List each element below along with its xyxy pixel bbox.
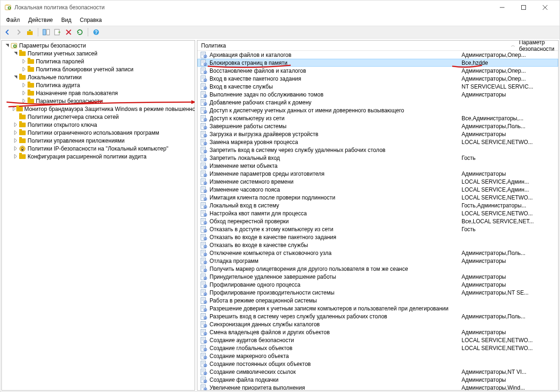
tree-item[interactable]: Политики учетных записей bbox=[2, 49, 195, 57]
expand-icon[interactable] bbox=[21, 99, 27, 103]
toolbar-show-hide-button[interactable] bbox=[41, 27, 51, 37]
menu-help[interactable]: Справка bbox=[76, 15, 105, 25]
tree-item[interactable]: Монитор брандмауэра Защитника Windows в … bbox=[2, 105, 195, 113]
policy-row[interactable]: Отключение компьютера от стыковочного уз… bbox=[197, 249, 558, 257]
svg-rect-74 bbox=[205, 207, 206, 208]
policy-row[interactable]: Восстановление файлов и каталоговАдминис… bbox=[197, 67, 558, 75]
policy-row[interactable]: Вход в качестве пакетного заданияАдминис… bbox=[197, 75, 558, 83]
policy-row[interactable]: Запретить вход в систему через службу уд… bbox=[197, 146, 558, 154]
close-button[interactable] bbox=[534, 0, 556, 14]
tree-item[interactable]: Политики IP-безопасности на "Локальный к… bbox=[2, 144, 195, 152]
tree-item[interactable]: Конфигурация расширенной политики аудита bbox=[2, 152, 195, 160]
toolbar-forward-button[interactable] bbox=[14, 27, 24, 37]
policy-row[interactable]: Профилирование одного процессаАдминистра… bbox=[197, 281, 558, 289]
tree-item[interactable]: Политики управления приложениями bbox=[2, 137, 195, 144]
column-header-policy[interactable]: Политика bbox=[197, 41, 399, 50]
policy-row[interactable]: Разрешить вход в систему через службу уд… bbox=[197, 312, 558, 320]
policy-row[interactable]: Отказать во входе в качестве пакетного з… bbox=[197, 233, 558, 241]
maximize-button[interactable] bbox=[513, 0, 534, 14]
policy-row[interactable]: Отладка программАдминистраторы bbox=[197, 257, 558, 265]
tree-item[interactable]: Локальные политики bbox=[2, 73, 195, 81]
tree-item[interactable]: Политика паролей bbox=[2, 57, 195, 65]
policy-row[interactable]: Выполнение задач по обслуживанию томовАд… bbox=[197, 90, 558, 98]
policy-row[interactable]: Замена маркера уровня процессаLOCAL SERV… bbox=[197, 138, 558, 146]
toolbar-up-button[interactable] bbox=[25, 27, 35, 37]
policy-row[interactable]: Вход в качестве службыNT SERVICE\ALL SER… bbox=[197, 83, 558, 90]
policy-row[interactable]: Получить маркер олицетворения для другог… bbox=[197, 265, 558, 273]
toolbar-refresh-button[interactable] bbox=[75, 27, 85, 37]
expand-icon[interactable] bbox=[12, 146, 19, 151]
policy-row[interactable]: Настройка квот памяти для процессаLOCAL … bbox=[197, 209, 558, 217]
menu-action[interactable]: Действие bbox=[25, 15, 57, 25]
policy-value: Администраторы,Поль... bbox=[462, 250, 558, 256]
svg-rect-50 bbox=[205, 144, 206, 144]
expand-icon[interactable] bbox=[21, 59, 27, 63]
tree-item[interactable]: Политики открытого ключа bbox=[2, 121, 195, 129]
policy-row[interactable]: Завершение работы системыАдминистраторы,… bbox=[197, 122, 558, 130]
svg-rect-107 bbox=[205, 294, 206, 295]
policy-row[interactable]: Изменение часового поясаLOCAL SERVICE,Ад… bbox=[197, 186, 558, 193]
policy-row[interactable]: Загрузка и выгрузка драйверов устройствА… bbox=[197, 130, 558, 138]
policy-row[interactable]: Создание аудитов безопасностиLOCAL SERVI… bbox=[197, 336, 558, 344]
tree-item[interactable]: Политика аудита bbox=[2, 81, 195, 89]
toolbar-back-button[interactable] bbox=[2, 27, 13, 37]
policy-row[interactable]: Создание файла подкачкиАдминистраторы bbox=[197, 376, 558, 384]
policy-row[interactable]: Обход перекрестной проверкиВсе,LOCAL SER… bbox=[197, 217, 558, 225]
expand-icon[interactable] bbox=[12, 131, 19, 135]
policy-row[interactable]: Разрешение доверия к учетным записям ком… bbox=[197, 304, 558, 312]
policy-row[interactable]: Добавление рабочих станций к домену bbox=[197, 98, 558, 106]
policy-row[interactable]: Отказать во входе в качестве службы bbox=[197, 241, 558, 249]
collapse-icon[interactable] bbox=[12, 75, 19, 79]
expand-icon[interactable] bbox=[21, 67, 27, 71]
tree-item[interactable]: Параметры безопасности bbox=[2, 97, 195, 105]
tree-item[interactable]: Параметры безопасности bbox=[2, 41, 195, 49]
expand-icon[interactable] bbox=[12, 123, 19, 127]
policy-row[interactable]: Имитация клиента после проверки подлинно… bbox=[197, 193, 558, 201]
policy-row[interactable]: Блокировка страниц в памятиВсе,hzdde bbox=[197, 59, 558, 67]
expand-icon[interactable] bbox=[12, 138, 19, 143]
collapse-icon[interactable] bbox=[12, 51, 19, 55]
tree-item[interactable]: Политики диспетчера списка сетей bbox=[2, 113, 195, 121]
policy-row[interactable]: Изменение параметров среды изготовителяА… bbox=[197, 170, 558, 178]
expand-icon[interactable] bbox=[21, 83, 27, 87]
tree-item[interactable]: Политика блокировки учетной записи bbox=[2, 65, 195, 73]
policy-row[interactable]: Создание маркерного объекта bbox=[197, 352, 558, 360]
policy-row[interactable]: Синхронизация данных службы каталогов bbox=[197, 320, 558, 328]
policy-value: Администраторы bbox=[462, 282, 558, 288]
tree-panel[interactable]: Параметры безопасностиПолитики учетных з… bbox=[1, 40, 195, 391]
svg-rect-38 bbox=[205, 112, 206, 113]
policy-row[interactable]: Изменение метки объекта bbox=[197, 162, 558, 170]
expand-icon[interactable] bbox=[21, 91, 27, 95]
policy-row[interactable]: Создание глобальных объектовLOCAL SERVIC… bbox=[197, 344, 558, 352]
policy-icon bbox=[200, 146, 208, 154]
policy-row[interactable]: Архивация файлов и каталоговАдминистрато… bbox=[197, 51, 558, 59]
policy-row[interactable]: Смена владельцев файлов и других объекто… bbox=[197, 328, 558, 336]
minimize-button[interactable] bbox=[491, 0, 513, 14]
policy-row[interactable]: Работа в режиме операционной системы bbox=[197, 296, 558, 304]
expand-icon[interactable] bbox=[12, 107, 16, 111]
policy-icon bbox=[200, 75, 208, 83]
folder-icon bbox=[27, 97, 35, 105]
collapse-icon[interactable] bbox=[4, 43, 10, 48]
policy-row[interactable]: Профилирование производительности систем… bbox=[197, 289, 558, 296]
menu-file[interactable]: Файл bbox=[2, 15, 24, 25]
policy-name: Выполнение задач по обслуживанию томов bbox=[210, 91, 462, 98]
policy-row[interactable]: Создание постоянных общих объектов bbox=[197, 360, 558, 368]
policy-row[interactable]: Локальный вход в системуГость,Администра… bbox=[197, 201, 558, 209]
policy-row[interactable]: Отказать в доступе к этому компьютеру из… bbox=[197, 225, 558, 233]
policy-row[interactable]: Принудительное удаленное завершение рабо… bbox=[197, 273, 558, 281]
toolbar-help-button[interactable]: ? bbox=[91, 27, 101, 37]
toolbar-export-button[interactable] bbox=[52, 27, 63, 37]
menu-view[interactable]: Вид bbox=[57, 15, 75, 25]
policy-row[interactable]: Запретить локальный входГость bbox=[197, 154, 558, 162]
policy-row[interactable]: Доступ к диспетчеру учетных данных от им… bbox=[197, 106, 558, 114]
policy-row[interactable]: Изменение системного времениLOCAL SERVIC… bbox=[197, 178, 558, 186]
expand-icon[interactable] bbox=[12, 154, 19, 158]
policy-row[interactable]: Увеличение приоритета выполненияАдминист… bbox=[197, 384, 558, 391]
tree-item[interactable]: Назначение прав пользователя bbox=[2, 89, 195, 97]
toolbar-delete-button[interactable] bbox=[63, 27, 74, 37]
list-panel[interactable]: Политика ︿ Параметр безопасности Архивац… bbox=[197, 40, 559, 391]
policy-row[interactable]: Доступ к компьютеру из сетиВсе,Администр… bbox=[197, 114, 558, 122]
policy-row[interactable]: Создание символических ссылокАдминистрат… bbox=[197, 368, 558, 376]
tree-item[interactable]: Политики ограниченного использования про… bbox=[2, 129, 195, 137]
